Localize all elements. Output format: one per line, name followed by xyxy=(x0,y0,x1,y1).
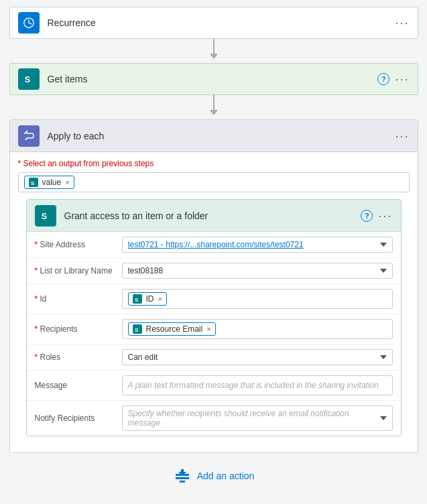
grant-access-body: * Site Address test0721 - https://...sha… xyxy=(27,232,401,436)
apply-each-icon xyxy=(18,125,40,147)
notify-recipients-chevron xyxy=(380,416,387,420)
notify-recipients-placeholder: Specify whether recipients should receiv… xyxy=(128,409,376,428)
grant-access-actions: ? ··· xyxy=(361,210,392,222)
recipients-tag-icon: S xyxy=(133,324,142,334)
grant-access-ellipsis-btn[interactable]: ··· xyxy=(378,210,392,222)
roles-value: Can edit xyxy=(122,349,393,365)
recipients-row: * Recipients S Resourc xyxy=(27,314,401,344)
site-address-row: * Site Address test0721 - https://...sha… xyxy=(27,232,401,258)
recipients-tag-label: Resource Email xyxy=(146,324,203,334)
notify-recipients-label: Notify Recipients xyxy=(35,414,122,423)
site-address-text: test0721 - https://...sharepoint.com/sit… xyxy=(128,240,376,249)
notify-recipients-value: Specify whether recipients should receiv… xyxy=(122,405,393,431)
recipients-req: * xyxy=(35,324,40,334)
get-items-label: Get items xyxy=(48,74,378,84)
sharepoint-small-icon: S xyxy=(30,179,37,186)
id-row: * Id S ID xyxy=(27,284,401,314)
message-input[interactable]: A plain text formatted message that is i… xyxy=(122,375,393,395)
apply-each-body: * Select an output from previous steps S… xyxy=(10,152,418,452)
svg-text:S: S xyxy=(135,297,139,302)
get-items-ellipsis-btn[interactable]: ··· xyxy=(395,73,409,85)
recipients-tag-field[interactable]: S Resource Email × xyxy=(122,319,393,339)
arrow-head-1 xyxy=(210,54,218,59)
add-action-svg xyxy=(173,466,192,485)
add-action-area: Add an action xyxy=(173,466,255,485)
grant-sharepoint-icon: S xyxy=(40,210,52,222)
svg-text:S: S xyxy=(135,327,139,332)
id-tag-label: ID xyxy=(146,294,154,304)
site-address-value: test0721 - https://...sharepoint.com/sit… xyxy=(122,237,393,253)
arrow-line-2 xyxy=(213,95,215,110)
recurrence-step: Recurrence ··· xyxy=(9,7,418,39)
notify-recipients-dropdown[interactable]: Specify whether recipients should receiv… xyxy=(122,405,393,431)
get-items-step-icon: S xyxy=(18,68,40,90)
add-action-icon xyxy=(173,466,192,485)
message-value: A plain text formatted message that is i… xyxy=(122,375,393,395)
list-library-row: * List or Library Name test08188 xyxy=(27,258,401,284)
grant-access-header: S Grant access to an item or a folder ? … xyxy=(27,200,401,232)
message-placeholder: A plain text formatted message that is i… xyxy=(128,381,379,390)
roles-row: * Roles Can edit xyxy=(27,344,401,371)
get-items-actions: ? ··· xyxy=(377,73,409,85)
apply-each-container: Apply to each ··· * Select an output fro… xyxy=(9,119,418,453)
id-tag-field[interactable]: S ID × xyxy=(122,289,393,309)
notify-recipients-row: Notify Recipients Specify whether recipi… xyxy=(27,401,401,436)
add-action-btn[interactable]: Add an action xyxy=(173,466,255,485)
apply-each-actions: ··· xyxy=(395,130,409,142)
svg-text:S: S xyxy=(31,180,35,186)
recurrence-ellipsis-btn[interactable]: ··· xyxy=(395,17,409,29)
recipients-tag-close[interactable]: × xyxy=(206,325,210,333)
list-library-dropdown[interactable]: test08188 xyxy=(122,263,393,279)
grant-access-card: S Grant access to an item or a folder ? … xyxy=(26,199,402,436)
site-address-dropdown[interactable]: test0721 - https://...sharepoint.com/sit… xyxy=(122,237,393,253)
roles-text: Can edit xyxy=(128,353,376,362)
sharepoint-icon: S xyxy=(23,73,35,85)
svg-text:S: S xyxy=(41,211,46,220)
list-library-text: test08188 xyxy=(128,266,376,275)
output-value-field[interactable]: S value × xyxy=(18,172,410,192)
site-address-req: * xyxy=(35,240,40,249)
id-tag: S ID × xyxy=(128,292,167,306)
id-value: S ID × xyxy=(122,289,393,309)
apply-each-label: Apply to each xyxy=(48,131,395,141)
value-tag: S value × xyxy=(24,176,74,189)
value-tag-icon: S xyxy=(29,178,38,187)
select-output-label: * Select an output from previous steps xyxy=(18,159,410,168)
value-tag-label: value xyxy=(42,178,62,187)
list-library-label: * List or Library Name xyxy=(35,266,122,275)
id-req: * xyxy=(35,294,40,304)
id-tag-close[interactable]: × xyxy=(158,295,162,303)
grant-access-help-btn[interactable]: ? xyxy=(361,210,373,222)
recipients-tag: S Resource Email × xyxy=(128,322,216,336)
svg-rect-8 xyxy=(180,481,185,483)
grant-access-label: Grant access to an item or a folder xyxy=(64,210,361,221)
add-action-label: Add an action xyxy=(197,470,255,481)
svg-text:S: S xyxy=(24,75,29,84)
recipients-sharepoint-icon: S xyxy=(134,326,141,332)
id-sharepoint-icon: S xyxy=(134,296,141,302)
recurrence-label: Recurrence xyxy=(48,17,395,28)
id-label: * Id xyxy=(35,294,122,304)
value-tag-close[interactable]: × xyxy=(65,178,69,186)
id-tag-icon: S xyxy=(133,294,142,304)
roles-dropdown[interactable]: Can edit xyxy=(122,349,393,365)
loop-icon xyxy=(22,129,36,143)
arrow-head-2 xyxy=(210,110,218,115)
get-items-step: S Get items ? ··· xyxy=(9,63,418,95)
recurrence-icon xyxy=(23,17,35,29)
message-row: Message A plain text formatted message t… xyxy=(27,371,401,401)
roles-req: * xyxy=(35,353,40,362)
get-items-help-btn[interactable]: ? xyxy=(377,73,389,85)
arrow-1 xyxy=(210,39,218,63)
arrow-2 xyxy=(210,95,218,119)
apply-each-ellipsis-btn[interactable]: ··· xyxy=(395,130,409,142)
apply-each-header: Apply to each ··· xyxy=(10,120,418,152)
svg-rect-7 xyxy=(176,477,189,479)
message-label: Message xyxy=(35,381,122,390)
recipients-label: * Recipients xyxy=(35,324,122,334)
site-address-chevron xyxy=(380,243,387,247)
roles-chevron xyxy=(380,355,387,359)
list-library-value: test08188 xyxy=(122,263,393,279)
site-address-label: * Site Address xyxy=(35,240,122,249)
recurrence-actions: ··· xyxy=(395,17,409,29)
